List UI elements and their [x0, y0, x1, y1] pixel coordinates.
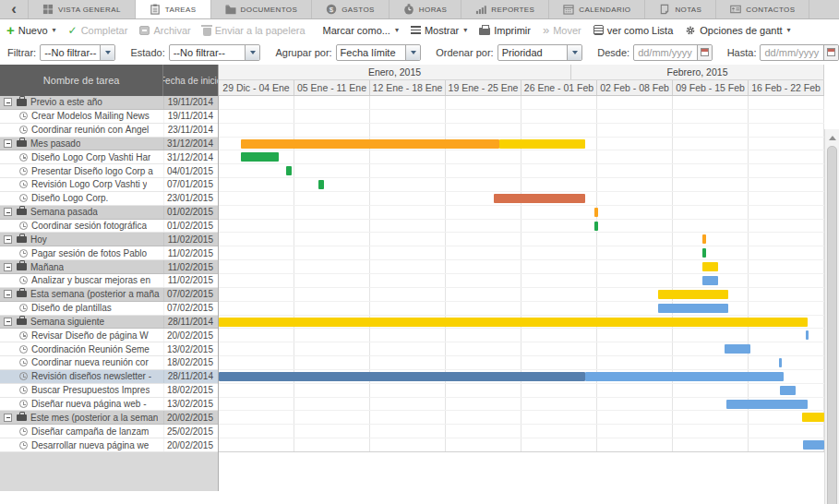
start-date-column-header[interactable]: Fecha de inicio — [163, 65, 218, 96]
gantt-row — [219, 288, 824, 302]
task-row[interactable]: Diseñar campaña de lanzam25/02/2015 — [0, 425, 218, 438]
task-group-row[interactable]: Hoy11/02/2015 — [0, 233, 218, 246]
tab-calendario[interactable]: CALENDARIO — [548, 0, 644, 18]
order-by-select-value: Prioridad — [498, 45, 568, 60]
tab-horas[interactable]: HORAS — [389, 0, 461, 18]
task-row[interactable]: Pagar sesión de fotos Pablo11/02/2015 — [0, 246, 218, 260]
dropdown-arrow-icon[interactable] — [245, 45, 259, 60]
vertical-scrollbar-thumb[interactable] — [827, 146, 837, 504]
from-date-input[interactable]: dd/mm/yyyy — [633, 44, 713, 61]
view-as-list-label: ver como Lista — [607, 25, 674, 36]
tab-gastos[interactable]: $ GASTOS — [311, 0, 389, 18]
task-row[interactable]: Coordinar sesión fotográfica01/02/2015 — [0, 220, 218, 234]
task-row[interactable]: Presentar Diseño logo Corp a04/01/2015 — [0, 164, 218, 178]
tab-tareas[interactable]: TAREAS — [135, 0, 210, 18]
dropdown-arrow-icon[interactable] — [100, 45, 114, 60]
gantt-bar-green[interactable] — [241, 152, 279, 162]
task-row[interactable]: Diseñar nueva página web -13/02/2015 — [0, 398, 218, 412]
new-button[interactable]: + Nuevo ▾ — [6, 25, 56, 36]
task-row[interactable]: Coordinar reunión con Ángel23/11/2014 — [0, 124, 218, 138]
status-select[interactable]: --No filtrar-- — [169, 44, 261, 61]
gantt-bar-orange[interactable] — [702, 234, 706, 244]
gantt-bar-blue[interactable] — [702, 276, 718, 285]
task-row[interactable]: Coordinación Reunión Seme13/02/2015 — [0, 342, 218, 356]
scroll-up-button[interactable] — [825, 131, 839, 144]
gantt-bar-orange[interactable] — [594, 208, 598, 217]
calendar-picker-icon[interactable] — [823, 45, 838, 60]
move-button[interactable]: » Mover — [543, 25, 581, 36]
tab-vista-general[interactable]: VISTA GENERAL — [28, 0, 135, 18]
order-by-select[interactable]: Prioridad — [497, 44, 583, 61]
gantt-bar-blue[interactable] — [779, 358, 782, 367]
collapse-minus-icon[interactable] — [4, 208, 12, 216]
task-row[interactable]: Analizar y buscar mejoras en11/02/2015 — [0, 274, 218, 288]
gantt-bar-blue[interactable] — [726, 400, 808, 409]
back-button[interactable]: ‹ — [0, 0, 28, 18]
collapse-minus-icon[interactable] — [4, 263, 12, 271]
task-row[interactable]: Desarrollar nueva página we20/02/2015 — [0, 438, 218, 452]
gantt-bar-blue[interactable] — [803, 440, 824, 450]
filter-select[interactable]: --No filtrar-- — [40, 44, 115, 61]
collapse-minus-icon[interactable] — [4, 318, 12, 326]
tab-contactos[interactable]: CONTACTOS — [715, 0, 809, 18]
show-button[interactable]: Mostrar ▾ — [411, 25, 467, 36]
vertical-scrollbar[interactable] — [824, 129, 839, 504]
gantt-bar-yellow[interactable] — [702, 262, 718, 271]
gantt-bar-darkblue[interactable] — [219, 372, 585, 381]
tab-reportes[interactable]: REPORTES — [461, 0, 548, 18]
mark-as-button[interactable]: Marcar como... ▾ — [323, 25, 399, 36]
task-row[interactable]: Diseño Logo Corp Vashti Har31/12/2014 — [0, 150, 218, 164]
collapse-minus-icon[interactable] — [4, 235, 12, 244]
complete-button[interactable]: ✓ Completar — [68, 25, 128, 36]
collapse-minus-icon[interactable] — [4, 98, 12, 106]
task-row[interactable]: Revisar Diseño de página W20/02/2015 — [0, 329, 218, 342]
task-row[interactable]: Diseño Logo Corp.23/01/2015 — [0, 192, 218, 206]
task-group-row[interactable]: Mañana11/02/2015 — [0, 260, 218, 274]
gantt-bar-blue[interactable] — [585, 372, 784, 381]
task-group-row[interactable]: Este mes (posterior a la seman20/02/2015 — [0, 411, 218, 425]
task-row[interactable]: Revisión Logo Corp Vashti y07/01/2015 — [0, 178, 218, 192]
gantt-bar-yellow[interactable] — [802, 413, 824, 422]
gantt-bar-blue[interactable] — [725, 344, 750, 354]
gantt-bar-green[interactable] — [318, 180, 324, 189]
task-row[interactable]: Crear Modelos Mailing News19/11/2014 — [0, 110, 218, 124]
task-row[interactable]: Diseño de plantillas07/02/2015 — [0, 302, 218, 316]
tab-documentos[interactable]: DOCUMENTOS — [210, 0, 312, 18]
gantt-bar-blue[interactable] — [780, 386, 796, 395]
send-to-trash-button[interactable]: Enviar a la papelera — [203, 25, 306, 36]
gantt-bar-yellow[interactable] — [658, 290, 728, 299]
to-date-input[interactable]: dd/mm/yyyy — [760, 44, 839, 61]
gantt-bar-terracotta[interactable] — [494, 194, 585, 203]
task-group-row[interactable]: Semana siguiente28/11/2014 — [0, 316, 218, 330]
gantt-bar-orange[interactable] — [241, 139, 499, 149]
task-group-row[interactable]: Previo a este año19/11/2014 — [0, 96, 218, 110]
task-row[interactable]: Revisión diseños newsletter -28/11/2014 — [0, 370, 218, 384]
collapse-minus-icon[interactable] — [4, 414, 12, 422]
task-group-row[interactable]: Semana pasada01/02/2015 — [0, 206, 218, 220]
tab-notas[interactable]: NOTAS — [644, 0, 715, 18]
gantt-bar-blue[interactable] — [806, 330, 809, 340]
view-as-list-button[interactable]: ver como Lista — [593, 25, 674, 36]
task-group-row[interactable]: Esta semana (posterior a maña07/02/2015 — [0, 288, 218, 302]
gantt-bar-yellow[interactable] — [499, 139, 585, 149]
calendar-picker-icon[interactable] — [697, 45, 712, 60]
dropdown-arrow-icon[interactable] — [405, 45, 420, 60]
gantt-bar-green[interactable] — [702, 248, 706, 258]
clock-icon — [19, 304, 28, 312]
task-name-column-header[interactable]: Nombre de tarea — [0, 65, 163, 96]
task-row[interactable]: Coordinar nueva reunión cor18/02/2015 — [0, 356, 218, 370]
gantt-bar-green[interactable] — [594, 222, 598, 231]
task-group-row[interactable]: Mes pasado31/12/2014 — [0, 138, 218, 151]
briefcase-icon — [17, 236, 27, 244]
group-by-select[interactable]: Fecha límite — [336, 44, 422, 61]
dropdown-arrow-icon[interactable] — [567, 45, 581, 60]
gantt-bar-blue[interactable] — [658, 304, 728, 313]
collapse-minus-icon[interactable] — [4, 139, 12, 148]
gantt-bar-yellow[interactable] — [219, 318, 808, 327]
archive-button[interactable]: Archivar — [139, 25, 190, 36]
gantt-bar-green[interactable] — [286, 166, 292, 175]
task-row[interactable]: Buscar Presupuestos Impres18/02/2015 — [0, 384, 218, 398]
gantt-options-button[interactable]: Opciones de gantt ▾ — [685, 25, 790, 36]
print-button[interactable]: Imprimir — [479, 25, 531, 36]
collapse-minus-icon[interactable] — [4, 290, 12, 298]
